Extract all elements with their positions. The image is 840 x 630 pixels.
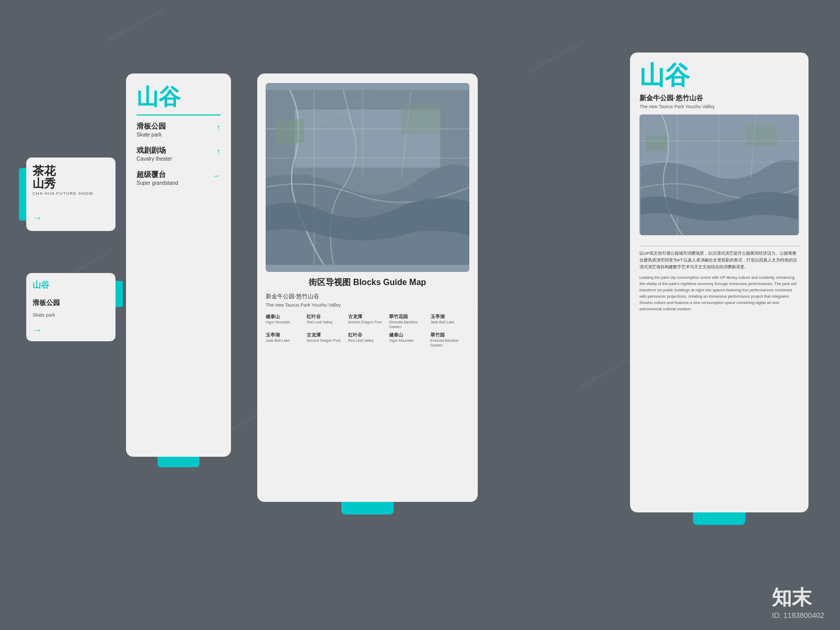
sign-3-item-1: 滑板公园 Skate park ↑	[136, 122, 220, 138]
sign-3-item-1-en: Skate park	[136, 132, 212, 138]
sign-1-tab	[19, 168, 26, 220]
svg-rect-9	[402, 104, 440, 133]
sign-5-title-ch: 新金牛公园·悠竹山谷	[639, 93, 799, 103]
sign-2-tab	[116, 281, 123, 307]
sign-3-item-2-text: 戏剧剧场 Cavalry theater	[136, 146, 212, 162]
poi-4: 翠竹花园 Emerald Bamboo Garden	[389, 314, 428, 329]
sign-3-item-2-ch: 戏剧剧场	[136, 146, 212, 155]
sign-1-arrow-icon: →	[33, 213, 42, 224]
sign-5-thumb-svg	[639, 114, 799, 235]
sign-4-subtitle-en: The new Taurus Park Youzhu Valley	[266, 302, 469, 308]
sign-2-panel: 山谷 滑板公园 Skate park →	[26, 273, 116, 341]
poi-2: 红叶谷 Red Leaf Valley	[307, 314, 345, 329]
sign-5-body-en: Leading the park city consumption scene …	[639, 275, 799, 312]
poi-3: 古龙潭 Ancient Dragon Pool	[348, 314, 387, 329]
sign-5-divider	[639, 246, 799, 246]
poi-5: 玉亭湖 Jade Bell Lake	[430, 314, 469, 329]
sign-3-logo: 山谷	[136, 86, 220, 108]
sign-5-title-en: The new Taurus Park Youzhu Valley	[639, 104, 799, 109]
sign-5-body-ch: 以UP高文创引领公园城市消费场景，以沉浸式演艺提升公园夜间经济活力。公园将整合建…	[639, 250, 799, 270]
sign-2-small: 山谷 滑板公园 Skate park →	[26, 273, 116, 341]
sign-5-map-thumb	[639, 114, 799, 235]
sign-1-panel: 茶花山秀 CHA HUA FUTURE SHOW →	[26, 158, 116, 231]
sign-4-map-image	[266, 83, 469, 272]
svg-rect-17	[646, 135, 667, 151]
sign-3-item-1-arrow: ↑	[216, 123, 220, 132]
sign-3-item-2-en: Cavalry theater	[136, 156, 212, 162]
sign-5-logo: 山谷	[639, 63, 799, 88]
svg-rect-18	[746, 125, 777, 146]
poi-9: 健泰山 Vigor Mountain	[389, 332, 428, 348]
brand-section: 知末 ID: 1183800402	[772, 584, 824, 620]
svg-rect-8	[275, 119, 304, 143]
sign-4-poi-grid: 健泰山 Vigor Mountain 红叶谷 Red Leaf Valley 古…	[266, 314, 469, 348]
sign-3-item-3-text: 超级覆台 Super grandstand	[136, 170, 208, 186]
brand-id: ID: 1183800402	[772, 611, 824, 620]
sign-1-arrow-row: →	[33, 213, 109, 224]
poi-6: 玉亭湖 Jade Bell Lake	[266, 332, 304, 348]
sign-3-item-1-text: 滑板公园 Skate park	[136, 122, 212, 138]
sign-1-title-ch: 茶花山秀	[33, 165, 109, 190]
sign-3-item-2-arrow: ↑	[216, 147, 220, 156]
sign-4-map-svg	[266, 83, 469, 272]
sign-4-title-row: 街区导视图 Blocks Guide Map	[266, 277, 469, 288]
sign-5-info: 山谷 新金牛公园·悠竹山谷 The new Taurus Park Youzhu…	[630, 52, 808, 525]
sign-4-panel: 街区导视图 Blocks Guide Map 新金牛公园·悠竹山谷 The ne…	[257, 74, 478, 502]
sign-3-tall: 山谷 滑板公园 Skate park ↑ 戏剧剧场 Cavalry theate…	[126, 74, 231, 467]
sign-3-item-3-ch: 超级覆台	[136, 170, 208, 180]
poi-8: 红叶谷 Red Leaf Valley	[348, 332, 387, 348]
poi-1: 健泰山 Vigor Mountain	[266, 314, 304, 329]
sign-4-subtitle-ch: 新金牛公园·悠竹山谷	[266, 292, 469, 300]
sign-2-name-ch: 滑板公园	[33, 298, 109, 308]
poi-7: 古龙潭 Ancient Dragon Pool	[307, 332, 345, 348]
brand-name: 知末	[772, 584, 824, 611]
sign-3-panel: 山谷 滑板公园 Skate park ↑ 戏剧剧场 Cavalry theate…	[126, 74, 231, 457]
sign-3-item-1-ch: 滑板公园	[136, 122, 212, 131]
sign-3-item-2: 戏剧剧场 Cavalry theater ↑	[136, 146, 220, 162]
sign-5-base	[693, 512, 746, 525]
sign-3-item-3-arrow: →	[212, 171, 220, 181]
sign-3-divider	[136, 114, 220, 116]
sign-2-name-en: Skate park	[33, 312, 109, 318]
sign-1-subtitle-en: CHA HUA FUTURE SHOW	[33, 191, 109, 196]
sign-3-base	[158, 457, 200, 467]
sign-3-menu: 滑板公园 Skate park ↑ 戏剧剧场 Cavalry theater ↑…	[136, 122, 220, 194]
sign-4-map: 街区导视图 Blocks Guide Map 新金牛公园·悠竹山谷 The ne…	[257, 74, 478, 514]
sign-1-horizontal: 茶花山秀 CHA HUA FUTURE SHOW →	[26, 158, 116, 231]
sign-2-logo: 山谷	[33, 279, 109, 291]
sign-4-base	[341, 502, 394, 514]
sign-3-item-3-en: Super grandstand	[136, 180, 208, 186]
sign-2-arrow-icon: →	[33, 325, 109, 336]
sign-4-title-ch: 街区导视图 Blocks Guide Map	[266, 277, 469, 288]
sign-3-item-3: 超级覆台 Super grandstand →	[136, 170, 220, 186]
poi-10: 翠竹园 Emerald Bamboo Garden	[430, 332, 469, 348]
sign-5-panel: 山谷 新金牛公园·悠竹山谷 The new Taurus Park Youzhu…	[630, 52, 808, 512]
